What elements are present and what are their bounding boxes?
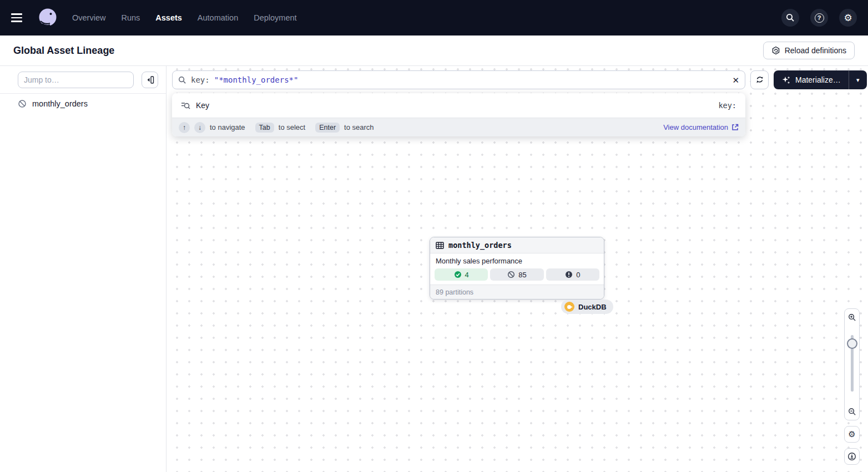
sparkles-icon <box>781 75 791 85</box>
help-icon: ? <box>815 13 824 23</box>
global-search-button[interactable] <box>781 9 799 27</box>
arrow-up-key-icon: ↑ <box>179 122 190 133</box>
asset-node-partitions: 89 partitions <box>430 285 604 299</box>
settings-button[interactable]: ⚙ <box>839 9 857 27</box>
dropdown-footer: ↑ ↓ to navigate Tab to select Enter to s… <box>172 118 745 136</box>
zoom-control-panel <box>844 308 860 420</box>
zoom-slider-handle[interactable] <box>847 338 857 349</box>
zoom-in-button[interactable] <box>845 309 859 326</box>
materialized-count: 4 <box>465 271 469 279</box>
lineage-search-input[interactable]: key:"*monthly_orders*" ✕ <box>172 70 745 89</box>
search-icon <box>786 13 795 22</box>
exclamation-circle-icon <box>565 271 573 278</box>
view-documentation-label: View documentation <box>663 123 728 131</box>
storage-kind-tag-duckdb[interactable]: DuckDB <box>561 300 613 314</box>
navigate-hint: to navigate <box>210 123 245 131</box>
gear-icon: ⚙ <box>844 13 852 23</box>
jump-to-input[interactable] <box>18 72 134 88</box>
asset-node-title: monthly_orders <box>448 241 512 250</box>
asset-node-badges: 4 85 0 <box>430 267 604 285</box>
collapse-panel-button[interactable] <box>142 72 158 88</box>
failed-count: 0 <box>576 271 580 279</box>
page-header: Global Asset Lineage Reload definitions <box>0 35 868 66</box>
help-button[interactable]: ? <box>810 9 828 27</box>
nav-runs[interactable]: Runs <box>121 13 140 22</box>
materialize-label: Materialize… <box>795 75 841 84</box>
suggestion-label: Key <box>196 101 209 110</box>
tab-key: Tab <box>255 123 274 133</box>
nav-overview[interactable]: Overview <box>72 13 105 22</box>
select-hint: to select <box>279 123 305 131</box>
duckdb-icon <box>564 302 574 312</box>
sidebar-item-label: monthly_orders <box>32 99 88 108</box>
clear-search-button[interactable]: ✕ <box>732 76 739 84</box>
search-query-prefix: key: <box>191 75 210 84</box>
search-icon <box>178 76 186 84</box>
search-query-value: "*monthly_orders*" <box>214 75 299 84</box>
slashed-circle-icon <box>507 271 515 278</box>
sidebar-toolbar <box>0 66 166 94</box>
external-link-icon <box>731 124 739 131</box>
reload-definitions-icon <box>771 46 780 55</box>
zoom-out-button[interactable] <box>845 403 859 420</box>
caret-down-icon: ▾ <box>856 77 860 83</box>
table-icon <box>436 242 444 249</box>
enter-key: Enter <box>315 123 340 133</box>
recenter-icon <box>847 452 856 461</box>
nav-assets[interactable]: Assets <box>155 13 182 22</box>
graph-settings-button[interactable]: ⚙ <box>844 426 860 443</box>
materialize-button[interactable]: Materialize… <box>774 70 849 89</box>
reload-definitions-button[interactable]: Reload definitions <box>763 42 855 59</box>
storage-kind-label: DuckDB <box>578 303 607 311</box>
materialized-count-badge[interactable]: 4 <box>435 268 488 281</box>
asset-node-monthly-orders[interactable]: monthly_orders Monthly sales performance… <box>430 237 604 300</box>
suggestion-hint: key: <box>718 101 736 110</box>
dagster-logo-icon[interactable] <box>37 7 59 29</box>
page-title: Global Asset Lineage <box>13 45 114 57</box>
nav-deployment[interactable]: Deployment <box>254 13 296 22</box>
search-hint: to search <box>344 123 374 131</box>
zoom-out-icon <box>848 408 856 416</box>
lineage-sidebar: monthly_orders <box>0 66 166 472</box>
filter-search-icon <box>181 101 190 110</box>
missing-count-badge[interactable]: 85 <box>490 268 543 281</box>
hamburger-menu-icon[interactable] <box>11 10 27 26</box>
missing-count: 85 <box>518 271 526 279</box>
primary-nav: Overview Runs Assets Automation Deployme… <box>72 13 297 22</box>
asset-node-description: Monthly sales performance <box>430 253 604 267</box>
refresh-icon <box>755 75 764 84</box>
zoom-in-icon <box>848 313 856 322</box>
gear-icon: ⚙ <box>848 429 855 439</box>
refresh-graph-button[interactable] <box>750 70 769 89</box>
arrow-down-key-icon: ↓ <box>194 122 205 133</box>
view-documentation-link[interactable]: View documentation <box>663 123 739 131</box>
materialize-split-button: Materialize… ▾ <box>774 70 867 89</box>
sidebar-item-monthly-orders[interactable]: monthly_orders <box>0 94 166 114</box>
collapse-panel-icon <box>146 76 154 84</box>
asset-missing-icon <box>18 99 27 108</box>
suggestion-key[interactable]: Key key: <box>172 93 745 118</box>
check-circle-icon <box>454 271 462 278</box>
failed-count-badge[interactable]: 0 <box>546 268 599 281</box>
recenter-graph-button[interactable] <box>844 448 860 465</box>
materialize-dropdown-button[interactable]: ▾ <box>849 70 867 89</box>
reload-definitions-label: Reload definitions <box>785 46 846 55</box>
nav-automation[interactable]: Automation <box>198 13 238 22</box>
search-suggestions-dropdown: Key key: ↑ ↓ to navigate Tab to select E… <box>172 93 745 136</box>
top-nav: Overview Runs Assets Automation Deployme… <box>0 0 868 35</box>
asset-node-header[interactable]: monthly_orders <box>430 237 604 253</box>
lineage-canvas[interactable]: key:"*monthly_orders*" ✕ Materialize… ▾ <box>166 66 868 472</box>
